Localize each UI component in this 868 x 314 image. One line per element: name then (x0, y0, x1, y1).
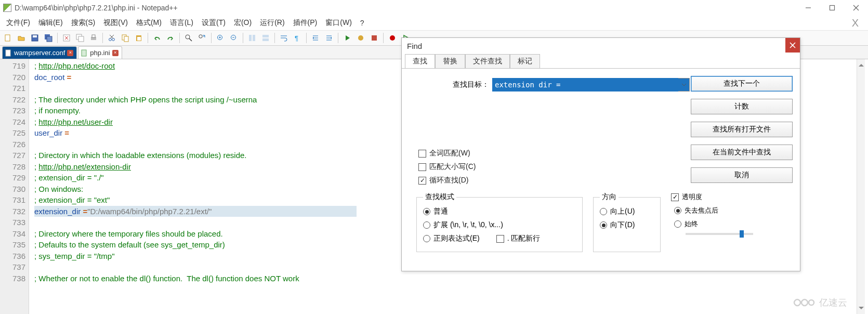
menu-view[interactable]: 视图(V) (99, 17, 132, 29)
zoom-in-icon[interactable] (215, 32, 226, 44)
svg-point-16 (109, 38, 112, 41)
show-symbol-icon[interactable]: ¶ (292, 32, 303, 44)
svg-rect-47 (82, 50, 86, 56)
indent-icon[interactable] (310, 32, 321, 44)
save-icon[interactable] (29, 32, 41, 44)
find-all-open-button[interactable]: 查找所有打开文件 (691, 122, 793, 137)
maximize-button[interactable] (820, 1, 844, 15)
chk-newline[interactable]: . 匹配新行 (496, 234, 541, 243)
chk-transparency[interactable]: ✓透明度 (671, 192, 770, 202)
svg-rect-23 (137, 37, 141, 41)
mode-normal[interactable]: 普通 (423, 207, 576, 216)
svg-point-17 (112, 38, 115, 41)
macro-pause-icon[interactable] (355, 32, 366, 44)
tab-wampserver[interactable]: wampserver.conf × (2, 46, 77, 59)
svg-point-26 (199, 35, 202, 38)
wrap-icon[interactable] (278, 32, 290, 44)
macro-play-icon[interactable] (341, 32, 353, 44)
find-input[interactable] (492, 78, 690, 91)
titlebar: D:\wamp64\bin\php\php7.2.21\php.ini - No… (0, 0, 868, 16)
dir-up[interactable]: 向上(U) (600, 207, 654, 216)
minimize-button[interactable] (796, 1, 820, 15)
trans-focus[interactable]: 失去焦点后 (674, 206, 770, 215)
close-tabs-icon[interactable]: X (848, 16, 863, 30)
svg-rect-32 (249, 35, 252, 41)
count-button[interactable]: 计数 (691, 99, 793, 114)
svg-rect-34 (262, 35, 269, 37)
menu-file[interactable]: 文件(F) (2, 17, 34, 29)
outdent-icon[interactable] (323, 32, 335, 44)
menu-plugins[interactable]: 插件(P) (289, 17, 322, 29)
menu-run[interactable]: 运行(R) (256, 17, 288, 29)
paste-icon[interactable] (133, 32, 144, 44)
find-tab-replace[interactable]: 替换 (435, 54, 465, 68)
svg-rect-33 (253, 35, 255, 41)
close-all-icon[interactable] (74, 32, 86, 44)
close-button[interactable] (844, 1, 868, 15)
tab-close-icon[interactable]: × (67, 50, 73, 56)
new-file-icon[interactable] (2, 32, 14, 44)
find-tab-mark[interactable]: 标记 (510, 54, 540, 68)
close-file-icon[interactable] (61, 32, 72, 44)
open-file-icon[interactable] (16, 32, 27, 44)
tab-label: php.ini (90, 49, 110, 57)
copy-icon[interactable] (120, 32, 131, 44)
undo-icon[interactable] (151, 32, 163, 44)
find-title: Find (402, 38, 800, 54)
app-icon (3, 4, 11, 12)
save-all-icon[interactable] (43, 32, 54, 44)
find-dialog: Find 查找 替换 文件查找 标记 查找目标： 查找下一个 计数 查找所有打开… (401, 37, 800, 271)
svg-rect-4 (5, 35, 10, 41)
file-icon (5, 49, 12, 57)
find-tab-find[interactable]: 查找 (405, 54, 435, 69)
find-tab-files[interactable]: 文件查找 (465, 54, 510, 68)
cancel-button[interactable]: 取消 (691, 167, 793, 183)
svg-line-18 (110, 35, 114, 38)
tab-phpini[interactable]: php.ini × (78, 46, 122, 59)
menu-edit[interactable]: 编辑(E) (34, 17, 67, 29)
window-title: D:\wamp64\bin\php\php7.2.21\php.ini - No… (15, 4, 178, 12)
dir-down[interactable]: 向下(D) (600, 220, 654, 230)
menu-settings[interactable]: 设置(T) (198, 17, 230, 29)
transparency-slider[interactable] (686, 233, 753, 235)
redo-icon[interactable] (165, 32, 176, 44)
find-current-button[interactable]: 在当前文件中查找 (691, 145, 793, 160)
zoom-out-icon[interactable] (228, 32, 240, 44)
cut-icon[interactable] (106, 32, 117, 44)
find-icon[interactable] (183, 32, 194, 44)
svg-rect-35 (262, 38, 269, 41)
svg-point-45 (390, 35, 395, 41)
find-next-button[interactable]: 查找下一个 (691, 76, 793, 91)
vertical-scrollbar[interactable] (857, 59, 865, 314)
tab-close-icon[interactable]: × (112, 50, 119, 56)
macro-stop-icon[interactable] (369, 32, 380, 44)
find-history-dropdown[interactable] (678, 78, 690, 91)
menu-macro[interactable]: 宏(O) (230, 17, 256, 29)
svg-rect-21 (124, 36, 128, 42)
record-icon[interactable] (387, 32, 398, 44)
mode-extended[interactable]: 扩展 (\n, \r, \t, \0, \x...) (423, 220, 576, 230)
menubar: 文件(F) 编辑(E) 搜索(S) 视图(V) 格式(M) 语言(L) 设置(T… (0, 16, 868, 30)
mode-regex[interactable]: 正则表达式(E) . 匹配新行 (423, 234, 576, 243)
find-tabs: 查找 替换 文件查找 标记 (402, 54, 800, 68)
sync-h-icon[interactable] (260, 32, 271, 44)
trans-always[interactable]: 始终 (674, 219, 770, 229)
sync-v-icon[interactable] (246, 32, 258, 44)
svg-point-24 (186, 35, 190, 39)
svg-rect-44 (372, 35, 377, 41)
svg-line-25 (189, 38, 192, 41)
direction-legend: 方向 (600, 192, 619, 202)
menu-language[interactable]: 语言(L) (166, 17, 198, 29)
svg-rect-8 (47, 36, 52, 42)
find-close-button[interactable] (785, 38, 800, 53)
file-icon (81, 49, 88, 57)
menu-window[interactable]: 窗口(W) (321, 17, 356, 29)
menu-help[interactable]: ? (356, 18, 369, 28)
replace-icon[interactable] (196, 32, 208, 44)
menu-format[interactable]: 格式(M) (132, 17, 166, 29)
menu-search[interactable]: 搜索(S) (67, 17, 100, 29)
direction-group: 方向 向上(U) 向下(D) (593, 192, 661, 252)
tab-label: wampserver.conf (14, 49, 65, 57)
find-target-label: 查找目标： (409, 80, 492, 89)
print-icon[interactable] (88, 32, 99, 44)
